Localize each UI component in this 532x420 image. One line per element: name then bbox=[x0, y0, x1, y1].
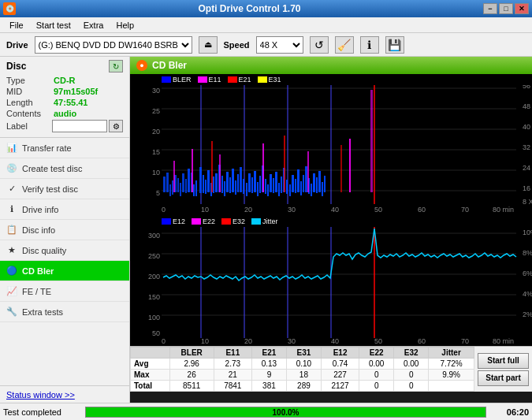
svg-text:250: 250 bbox=[148, 252, 160, 260]
label-input[interactable] bbox=[52, 120, 107, 132]
row-max-e22: 0 bbox=[359, 370, 394, 381]
svg-rect-59 bbox=[232, 169, 234, 192]
status-window-link[interactable]: Status window >> bbox=[6, 390, 75, 400]
mid-value: 97m15s05f bbox=[54, 87, 98, 96]
progress-bar: 100.0% bbox=[85, 407, 486, 418]
nav-cd-bler[interactable]: 🔵 CD Bler bbox=[0, 261, 129, 281]
col-header-e22: E22 bbox=[359, 348, 394, 359]
row-max-e12: 227 bbox=[321, 370, 359, 381]
disc-panel: Disc ↻ Type CD-R MID 97m15s05f Length 47… bbox=[0, 57, 129, 138]
speed-select[interactable]: 48 X bbox=[256, 36, 303, 54]
jitter-legend-color bbox=[251, 218, 261, 225]
refresh-button[interactable]: ↺ bbox=[310, 36, 329, 54]
row-avg-bler: 2.96 bbox=[169, 359, 214, 370]
contents-value: audio bbox=[54, 109, 76, 118]
speed-label: Speed bbox=[224, 40, 250, 50]
svg-text:20: 20 bbox=[152, 128, 160, 136]
label-settings-button[interactable]: ⚙ bbox=[109, 120, 123, 132]
svg-rect-49 bbox=[205, 180, 206, 194]
row-avg-label: Avg bbox=[131, 359, 170, 370]
type-label: Type bbox=[6, 76, 54, 85]
drive-info-label: Drive info bbox=[22, 205, 58, 214]
row-max-e31: 18 bbox=[286, 370, 321, 381]
svg-text:50: 50 bbox=[374, 206, 382, 214]
verify-test-disc-icon: ✓ bbox=[6, 184, 17, 195]
svg-rect-37 bbox=[172, 180, 173, 195]
svg-text:10%: 10% bbox=[523, 229, 532, 236]
svg-rect-64 bbox=[246, 183, 247, 196]
e21-legend-label: E21 bbox=[239, 76, 251, 84]
disc-quality-icon: ★ bbox=[6, 245, 17, 256]
app-icon: 💿 bbox=[3, 2, 16, 15]
svg-text:40: 40 bbox=[331, 206, 339, 214]
create-test-disc-icon: 💿 bbox=[6, 163, 17, 174]
data-table-section: BLER E11 E21 E31 E12 E22 E32 Jitter Avg bbox=[130, 346, 532, 392]
mid-label: MID bbox=[6, 87, 54, 96]
svg-rect-72 bbox=[267, 184, 269, 196]
info-button[interactable]: ℹ bbox=[360, 36, 379, 54]
nav-extra-tests[interactable]: 🔧 Extra tests bbox=[0, 302, 129, 322]
maximize-button[interactable]: □ bbox=[499, 3, 513, 14]
nav-fe-te[interactable]: 📈 FE / TE bbox=[0, 281, 129, 302]
menu-extra[interactable]: Extra bbox=[77, 19, 110, 32]
close-button[interactable]: ✕ bbox=[515, 3, 529, 14]
top-chart: BLER E11 E21 E31 30 bbox=[130, 74, 532, 216]
svg-text:150: 150 bbox=[148, 293, 160, 301]
start-full-button[interactable]: Start full bbox=[478, 353, 529, 369]
svg-text:70: 70 bbox=[461, 206, 469, 214]
svg-text:60: 60 bbox=[418, 206, 426, 214]
row-avg-e21: 0.13 bbox=[251, 359, 286, 370]
row-avg-e11: 2.73 bbox=[214, 359, 251, 370]
nav-disc-quality[interactable]: ★ Disc quality bbox=[0, 240, 129, 261]
disc-info-label: Disc info bbox=[22, 225, 55, 235]
cd-bler-icon: 🔵 bbox=[6, 266, 17, 277]
nav-drive-info[interactable]: ℹ Drive info bbox=[0, 199, 129, 220]
svg-rect-92 bbox=[322, 182, 323, 196]
svg-rect-52 bbox=[213, 177, 214, 193]
start-part-button[interactable]: Start part bbox=[478, 370, 529, 386]
save-button[interactable]: 💾 bbox=[385, 36, 404, 54]
nav-create-test-disc[interactable]: 💿 Create test disc bbox=[0, 158, 129, 179]
bottom-chart-svg: 300 250 200 150 100 50 10% 8% 6% 4% 2% 0 bbox=[130, 216, 532, 346]
menu-help[interactable]: Help bbox=[110, 19, 140, 32]
svg-rect-101 bbox=[211, 141, 213, 192]
nav-transfer-rate[interactable]: 📊 Transfer rate bbox=[0, 138, 129, 158]
svg-rect-56 bbox=[224, 181, 225, 196]
drive-select[interactable]: (G:) BENQ DVD DD DW1640 BSRB bbox=[35, 36, 192, 54]
svg-text:20: 20 bbox=[244, 206, 252, 214]
svg-rect-45 bbox=[193, 184, 195, 196]
svg-rect-96 bbox=[219, 154, 221, 192]
content-area: ● CD Bler BLER E11 E21 bbox=[130, 57, 532, 403]
svg-rect-42 bbox=[185, 179, 187, 193]
svg-text:8%: 8% bbox=[523, 249, 532, 257]
row-total-e11: 7841 bbox=[214, 381, 251, 392]
row-max-label: Max bbox=[131, 370, 170, 381]
e31-legend-color bbox=[258, 76, 267, 83]
nav-verify-test-disc[interactable]: ✓ Verify test disc bbox=[0, 179, 129, 199]
svg-rect-74 bbox=[273, 178, 274, 193]
svg-rect-67 bbox=[254, 171, 256, 192]
row-total-e32: 0 bbox=[394, 381, 429, 392]
menu-file[interactable]: File bbox=[3, 19, 30, 32]
row-total-e12: 2127 bbox=[321, 381, 359, 392]
col-header-bler: BLER bbox=[169, 348, 214, 359]
svg-text:0: 0 bbox=[162, 206, 166, 214]
eject-button[interactable]: ⏏ bbox=[199, 36, 218, 54]
col-header-jitter: Jitter bbox=[429, 348, 474, 359]
disc-refresh-button[interactable]: ↻ bbox=[109, 60, 123, 72]
svg-rect-97 bbox=[262, 143, 264, 192]
svg-text:8 X: 8 X bbox=[523, 198, 532, 206]
svg-rect-35 bbox=[166, 173, 169, 192]
disc-info-icon: 📋 bbox=[6, 225, 17, 236]
e32-legend-label: E32 bbox=[233, 217, 245, 225]
minimize-button[interactable]: − bbox=[483, 3, 497, 14]
nav-disc-info[interactable]: 📋 Disc info bbox=[0, 220, 129, 240]
menu-bar: File Start test Extra Help bbox=[0, 17, 532, 33]
status-time: 06:20 bbox=[489, 407, 529, 417]
svg-rect-102 bbox=[284, 136, 285, 192]
app-title: Opti Drive Control 1.70 bbox=[16, 3, 483, 14]
menu-start-test[interactable]: Start test bbox=[30, 19, 77, 32]
erase-button[interactable]: 🧹 bbox=[335, 36, 354, 54]
verify-test-disc-label: Verify test disc bbox=[22, 184, 78, 194]
svg-text:40: 40 bbox=[331, 337, 339, 345]
